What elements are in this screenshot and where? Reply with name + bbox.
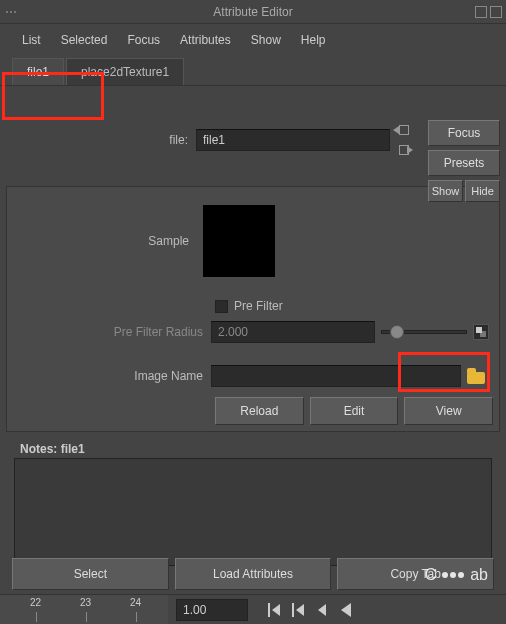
bottom-button-row: Select Load Attributes Copy Tab: [12, 558, 494, 590]
titlebar-grip-icon: [6, 11, 16, 13]
menu-show[interactable]: Show: [251, 33, 281, 47]
go-to-start-icon[interactable]: [268, 602, 284, 618]
menu-selected[interactable]: Selected: [61, 33, 108, 47]
texture-map-icon[interactable]: [473, 324, 489, 340]
step-back-frame-icon[interactable]: [316, 602, 332, 618]
prefilter-radius-slider[interactable]: [381, 330, 467, 334]
sample-label: Sample: [7, 234, 197, 248]
close-icon[interactable]: [490, 6, 502, 18]
prefilter-radius-label: Pre Filter Radius: [7, 325, 211, 339]
file-label: file:: [6, 133, 196, 147]
file-name-input[interactable]: [196, 129, 390, 151]
window-title: Attribute Editor: [213, 5, 292, 19]
timeline-tick: 23: [80, 597, 91, 608]
play-backward-icon[interactable]: [340, 602, 356, 618]
current-frame-field[interactable]: 1.00: [176, 599, 248, 621]
tab-file1[interactable]: file1: [12, 58, 64, 85]
playback-controls: [268, 602, 356, 618]
tab-place2dtexture1[interactable]: place2dTexture1: [66, 58, 184, 85]
edit-button[interactable]: Edit: [310, 397, 399, 425]
menu-attributes[interactable]: Attributes: [180, 33, 231, 47]
menu-help[interactable]: Help: [301, 33, 326, 47]
show-button[interactable]: Show: [428, 180, 463, 202]
prefilter-checkbox[interactable]: [215, 300, 228, 313]
watermark-overlay: C ab: [425, 566, 488, 584]
titlebar-controls: [475, 6, 502, 18]
sample-swatch[interactable]: [203, 205, 275, 277]
prefilter-label: Pre Filter: [234, 299, 283, 313]
slider-thumb-icon[interactable]: [390, 325, 404, 339]
input-connection-icon[interactable]: [396, 124, 410, 136]
file-attributes-panel: Sample Pre Filter Pre Filter Radius Imag…: [6, 186, 500, 432]
view-button[interactable]: View: [404, 397, 493, 425]
hide-button[interactable]: Hide: [465, 180, 500, 202]
file-name-row: file:: [6, 124, 500, 156]
output-connection-icon[interactable]: [396, 144, 410, 156]
timeline-tick: 22: [30, 597, 41, 608]
timeline-tick: 24: [130, 597, 141, 608]
prefilter-row: Pre Filter: [7, 295, 499, 317]
load-attributes-button[interactable]: Load Attributes: [175, 558, 332, 590]
image-name-label: Image Name: [7, 369, 211, 383]
image-action-row: Reload Edit View: [215, 397, 493, 425]
notes-textarea[interactable]: [14, 458, 492, 566]
select-button[interactable]: Select: [12, 558, 169, 590]
right-button-column: Focus Presets Show Hide: [428, 120, 500, 202]
menu-bar: List Selected Focus Attributes Show Help: [0, 24, 506, 56]
reload-button[interactable]: Reload: [215, 397, 304, 425]
image-name-row: Image Name: [7, 361, 499, 391]
dock-icon[interactable]: [475, 6, 487, 18]
image-name-input[interactable]: [211, 365, 461, 387]
menu-list[interactable]: List: [22, 33, 41, 47]
timeline-bar: 22 23 24 1.00: [0, 594, 506, 624]
timeline-ruler[interactable]: 22 23 24: [0, 595, 168, 624]
prefilter-radius-input[interactable]: [211, 321, 375, 343]
focus-button[interactable]: Focus: [428, 120, 500, 146]
step-back-key-icon[interactable]: [292, 602, 308, 618]
presets-button[interactable]: Presets: [428, 150, 500, 176]
menu-focus[interactable]: Focus: [127, 33, 160, 47]
browse-folder-icon[interactable]: [467, 368, 487, 384]
sample-row: Sample: [7, 187, 499, 295]
title-bar: Attribute Editor: [0, 0, 506, 24]
tab-bar: file1 place2dTexture1: [0, 56, 506, 86]
notes-label: Notes: file1: [20, 442, 500, 456]
prefilter-radius-row: Pre Filter Radius: [7, 317, 499, 347]
